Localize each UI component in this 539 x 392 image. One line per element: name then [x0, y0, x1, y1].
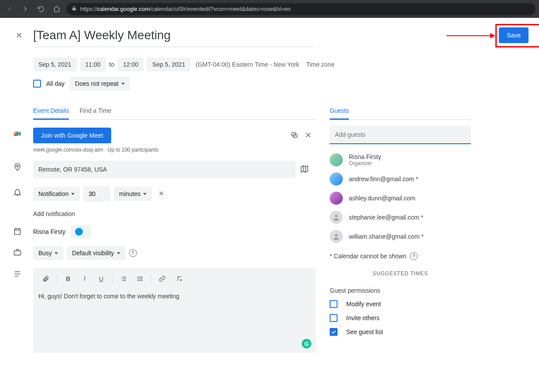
- url-bar[interactable]: https://calendar.google.com/calendar/u/0…: [66, 3, 536, 15]
- guest-item[interactable]: Risna FirstyOrganizer: [330, 150, 471, 169]
- svg-point-13: [335, 234, 338, 237]
- chevron-down-icon: [121, 83, 125, 85]
- allday-label: All day: [46, 80, 65, 87]
- guest-name: andrew.finn@gmail.com *: [349, 176, 418, 182]
- notification-type-dropdown[interactable]: Notification: [33, 187, 80, 201]
- location-input[interactable]: [33, 161, 296, 178]
- permission-item: See guest list: [330, 328, 471, 336]
- svg-rect-8: [14, 251, 21, 255]
- tab-guests[interactable]: Guests: [330, 103, 349, 120]
- recurrence-dropdown[interactable]: Does not repeat: [70, 77, 130, 91]
- timezone-label: (GMT-04:00) Eastern Time - New York: [196, 61, 299, 68]
- svg-rect-7: [14, 229, 20, 234]
- suggested-times-link[interactable]: SUGGESTED TIMES: [330, 270, 471, 277]
- underline-icon[interactable]: U: [94, 271, 109, 286]
- meet-link-text: meet.google.com/oix-dsiq-atm · Up to 100…: [33, 147, 316, 153]
- nav-forward[interactable]: [19, 3, 31, 15]
- timezone-link[interactable]: Time zone: [306, 61, 334, 68]
- guest-name: stephanie.lee@gmail.com *: [349, 214, 423, 221]
- permission-checkbox[interactable]: [330, 300, 338, 308]
- availability-dropdown[interactable]: Busy: [33, 246, 63, 260]
- visibility-dropdown[interactable]: Default visibility: [67, 246, 125, 260]
- annotation-arrow: [447, 35, 495, 36]
- guest-name: william.shane@gmail.com *: [349, 233, 423, 240]
- allday-checkbox[interactable]: [33, 80, 41, 88]
- start-time-chip[interactable]: 11:00: [80, 57, 106, 71]
- svg-marker-1: [19, 132, 21, 136]
- guest-warning-text: * Calendar cannot be shown: [330, 253, 406, 260]
- start-date-chip[interactable]: Sep 5, 2021: [33, 57, 77, 71]
- svg-point-6: [17, 165, 18, 167]
- italic-icon[interactable]: I: [77, 271, 92, 286]
- permission-label: Modify event: [346, 301, 381, 308]
- description-editor[interactable]: B I U Hi, guys! Don't forget to come to …: [33, 268, 316, 353]
- meet-icon: [10, 128, 24, 138]
- color-dot: [75, 228, 83, 236]
- avatar: [330, 172, 343, 186]
- avatar: [330, 211, 343, 224]
- copy-link-icon[interactable]: [290, 131, 298, 140]
- guest-item[interactable]: william.shane@gmail.com *: [330, 227, 471, 246]
- add-guests-input[interactable]: [330, 126, 471, 144]
- description-text[interactable]: Hi, guys! Don't forget to come to the we…: [33, 290, 316, 305]
- svg-point-11: [138, 280, 138, 280]
- guest-role: Organizer: [349, 160, 381, 166]
- svg-rect-3: [14, 134, 17, 136]
- description-icon: [10, 268, 24, 278]
- briefcase-icon: [10, 246, 24, 257]
- help-icon[interactable]: ?: [129, 249, 137, 257]
- nav-home[interactable]: [51, 3, 63, 15]
- nav-reload[interactable]: [35, 3, 47, 15]
- attach-icon[interactable]: [38, 271, 53, 286]
- browser-chrome: https://calendar.google.com/calendar/u/0…: [0, 0, 539, 18]
- join-meet-button[interactable]: Join with Google Meet: [33, 128, 111, 143]
- permission-label: Invite others: [346, 314, 379, 321]
- permission-label: See guest list: [346, 328, 383, 335]
- guest-name: Risna Firsty: [349, 153, 381, 160]
- tab-event-details[interactable]: Event Details: [33, 103, 69, 120]
- permission-item: Modify event: [330, 300, 471, 308]
- avatar: [330, 153, 343, 166]
- close-button[interactable]: [10, 27, 28, 44]
- permission-item: Invite others: [330, 314, 471, 322]
- location-icon: [10, 161, 24, 171]
- calendar-icon: [10, 225, 24, 236]
- annotation-highlight: [495, 24, 539, 47]
- permission-checkbox[interactable]: [330, 314, 338, 322]
- grammarly-icon[interactable]: G: [302, 339, 311, 348]
- tab-find-time[interactable]: Find a Time: [79, 103, 111, 120]
- guest-item[interactable]: stephanie.lee@gmail.com *: [330, 208, 471, 227]
- avatar: [330, 192, 343, 205]
- numbered-list-icon[interactable]: [116, 271, 131, 286]
- notification-unit-dropdown[interactable]: minutes: [114, 187, 152, 201]
- event-title-input[interactable]: [Team A] Weekly Meeting: [33, 28, 312, 42]
- notification-value-input[interactable]: [83, 186, 110, 202]
- clear-format-icon[interactable]: [171, 271, 186, 286]
- guest-item[interactable]: andrew.finn@gmail.com *: [330, 169, 471, 189]
- permission-checkbox[interactable]: [330, 328, 338, 336]
- avatar: [330, 230, 343, 243]
- map-icon[interactable]: [300, 165, 309, 175]
- svg-point-9: [138, 277, 138, 277]
- lock-icon: [72, 6, 77, 12]
- remove-notification-icon[interactable]: [158, 190, 165, 198]
- guest-permissions-title: Guest permissions: [330, 287, 471, 294]
- svg-rect-2: [14, 132, 17, 134]
- svg-point-10: [138, 278, 138, 279]
- bold-icon[interactable]: B: [61, 271, 75, 286]
- end-time-chip[interactable]: 12:00: [118, 57, 143, 71]
- calendar-owner-label: Risna Firsty: [33, 228, 65, 235]
- guest-item[interactable]: ashley.dunn@gmail.com: [330, 189, 471, 208]
- bell-icon: [10, 186, 24, 196]
- nav-back[interactable]: [3, 3, 16, 15]
- guest-name: ashley.dunn@gmail.com: [349, 195, 415, 202]
- remove-meet-icon[interactable]: [304, 131, 312, 140]
- add-notification-link[interactable]: Add notification: [33, 210, 316, 217]
- link-icon[interactable]: [155, 271, 170, 286]
- calendar-color-chip[interactable]: [71, 225, 91, 238]
- help-icon[interactable]: ?: [410, 252, 418, 260]
- end-date-chip[interactable]: Sep 5, 2021: [147, 57, 191, 71]
- bullet-list-icon[interactable]: [133, 271, 147, 286]
- svg-point-12: [335, 215, 338, 217]
